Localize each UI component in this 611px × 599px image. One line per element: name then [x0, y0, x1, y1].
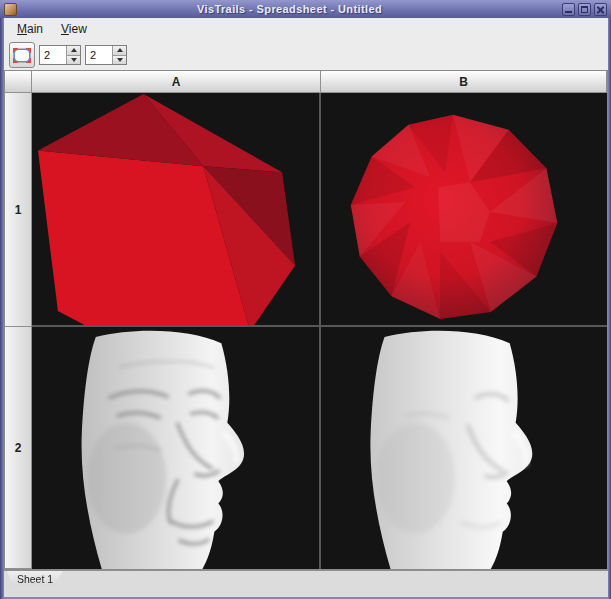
window-title: VisTrails - Spreadsheet - Untitled [17, 3, 562, 15]
column-count-down-button[interactable] [113, 56, 126, 65]
menu-view[interactable]: View [53, 20, 95, 38]
cell-a2-face-mesh-detailed[interactable] [32, 327, 321, 569]
minimize-button[interactable] [562, 3, 575, 16]
down-arrow-icon [117, 58, 123, 62]
sheet-fit-cells-button[interactable] [9, 42, 35, 68]
up-arrow-icon [71, 48, 77, 52]
row-count-spinbox [39, 45, 81, 65]
face-mesh-detailed-render [32, 327, 319, 569]
app-window: VisTrails - Spreadsheet - Untitled Main … [0, 0, 611, 599]
window-content: Main View [4, 18, 608, 597]
red-icosahedron-render [32, 93, 319, 325]
spreadsheet-grid: A B 1 [4, 70, 608, 570]
close-button[interactable] [594, 3, 607, 16]
row-header-1[interactable]: 1 [5, 93, 32, 327]
sheet-tab-1[interactable]: Sheet 1 [7, 571, 63, 586]
maximize-icon [581, 6, 588, 13]
row-count-up-button[interactable] [67, 46, 80, 56]
row-count-down-button[interactable] [67, 56, 80, 65]
minimize-icon [565, 11, 572, 13]
app-icon [4, 3, 17, 16]
corner-header[interactable] [5, 71, 32, 93]
sheet-tabbar: Sheet 1 [4, 570, 608, 586]
column-count-input[interactable] [86, 46, 112, 64]
sheet-fit-cells-icon [13, 48, 31, 63]
window-frame: Main View [0, 18, 611, 599]
menu-main[interactable]: Main [9, 20, 51, 38]
menubar: Main View [4, 18, 608, 40]
statusbar [4, 586, 608, 597]
cell-b1-red-faceted-sphere[interactable] [321, 93, 607, 327]
column-count-up-button[interactable] [113, 46, 126, 56]
row-count-input[interactable] [40, 46, 66, 64]
up-arrow-icon [117, 48, 123, 52]
row-header-2[interactable]: 2 [5, 327, 32, 569]
cell-b2-face-mesh-smoothed[interactable] [321, 327, 607, 569]
titlebar[interactable]: VisTrails - Spreadsheet - Untitled [0, 0, 611, 18]
maximize-button[interactable] [578, 3, 591, 16]
cell-a1-red-icosahedron[interactable] [32, 93, 321, 327]
column-count-spinbox [85, 45, 127, 65]
face-mesh-smoothed-render [321, 327, 607, 569]
column-header-a[interactable]: A [32, 71, 321, 93]
window-controls [562, 3, 607, 16]
down-arrow-icon [71, 58, 77, 62]
red-faceted-sphere-render [321, 93, 607, 325]
column-header-b[interactable]: B [321, 71, 607, 93]
toolbar [4, 40, 608, 70]
